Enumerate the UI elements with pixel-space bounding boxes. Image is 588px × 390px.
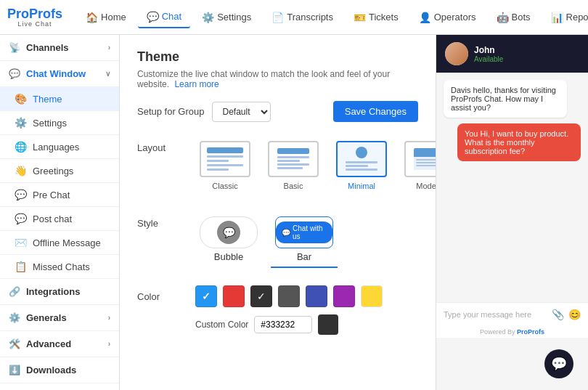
input-placeholder: Type your message here [444,310,547,319]
custom-color-preview[interactable] [318,314,338,335]
powered-by: Powered By ProProfs [436,326,588,338]
chat-header: John Available [436,35,588,73]
color-swatch-gray[interactable] [278,285,300,307]
settings-sub-icon: ⚙️ [15,117,27,129]
emoji-icon[interactable]: 😊 [568,309,581,320]
color-swatch-indigo[interactable] [306,285,327,307]
color-swatch-blue[interactable] [195,285,217,307]
sidebar-generals[interactable]: ⚙️ Generals › [0,305,119,331]
color-swatch-yellow[interactable] [361,285,383,307]
pre-chat-icon: 💬 [15,189,27,200]
color-section: Color ✓ Custom Color [137,285,418,335]
sidebar-offline-label: Offline Message [33,237,101,248]
color-label: Color [137,285,195,302]
group-select[interactable]: Default [212,102,271,122]
sidebar-item-post-chat[interactable]: 💬 Post chat [0,207,119,231]
channels-icon: 📡 [9,42,20,53]
message-agent-1: Davis hello, thanks for visiting ProProf… [444,80,567,118]
sidebar-post-chat-label: Post chat [33,214,72,224]
custom-color-input[interactable] [254,316,312,333]
color-swatch-darkgray[interactable]: ✓ [250,285,272,307]
setup-row: Setup for Group Default Save Changes [137,101,418,122]
nav-reports-label: Reports [566,12,588,23]
transcripts-icon: 📄 [271,12,284,23]
nav-home[interactable]: 🏠 Home [77,7,135,28]
layout-minimal-label: Minimal [348,182,375,190]
chat-input-area: Type your message here 📎 😊 [436,302,588,326]
sidebar-downloads-label: Downloads [26,365,76,375]
nav-chat-label: Chat [162,11,181,22]
style-bar[interactable]: 💬 Chat with us Bar [271,212,338,268]
sidebar-advanced[interactable]: 🛠️ Advanced › [0,331,119,357]
layout-modern-label: Modern [416,182,436,190]
operators-icon: 👤 [419,12,431,23]
nav-home-label: Home [101,12,126,23]
bar-chat-icon: 💬 [282,229,290,237]
custom-color-row: Custom Color [195,314,383,335]
layout-modern[interactable]: Modern [400,137,436,195]
color-swatch-red[interactable] [223,285,245,307]
style-bar-label: Bar [297,251,311,262]
sidebar-integrations[interactable]: 🔗 Integrations [0,279,119,305]
layout-label: Layout [137,137,195,153]
learn-more-link[interactable]: Learn more [174,79,219,89]
sidebar-downloads[interactable]: ⬇️ Downloads [0,357,119,383]
sidebar-channels[interactable]: 📡 Channels › [0,35,119,61]
nav-operators[interactable]: 👤 Operators [410,7,485,28]
main-content: Theme Customize the live chat window to … [120,35,436,390]
layout-minimal[interactable]: Minimal [332,137,391,195]
nav-transcripts[interactable]: 📄 Transcripts [263,7,342,28]
agent-name: John [474,45,579,55]
sidebar-settings-label: Settings [33,118,67,129]
generals-chevron: › [108,314,110,322]
nav-reports[interactable]: 📊 Reports [542,7,588,28]
nav-bots[interactable]: 🤖 Bots [488,7,539,28]
nav-transcripts-label: Transcripts [287,12,333,23]
chat-preview: John Available Davis hello, thanks for v… [436,35,588,390]
greetings-icon: 👋 [15,165,27,176]
settings-icon: ⚙️ [202,12,214,23]
main-layout: 📡 Channels › 💬 Chat Window ∨ 🎨 Theme ⚙️ … [0,35,588,390]
advanced-icon: 🛠️ [9,338,20,349]
nav-chat[interactable]: 💬 Chat [138,7,190,28]
agent-avatar [445,42,468,65]
sidebar-missed-chats-label: Missed Chats [33,261,90,272]
sidebar-item-offline-message[interactable]: ✉️ Offline Message [0,231,119,255]
theme-icon: 🎨 [15,93,27,105]
sidebar-item-settings[interactable]: ⚙️ Settings [0,111,119,135]
advanced-chevron: › [108,340,110,348]
powered-brand: ProProfs [517,328,544,336]
layout-basic[interactable]: Basic [264,137,323,195]
sidebar-pre-chat-label: Pre Chat [33,190,70,200]
style-section: Style 💬 Bubble 💬 Chat with us Ba [137,212,418,268]
color-swatch-purple[interactable] [333,285,355,307]
layout-classic[interactable]: Classic [195,137,255,195]
avatar-image [445,42,468,65]
nav-settings[interactable]: ⚙️ Settings [193,7,260,28]
missed-chats-icon: 📋 [15,261,27,272]
style-bubble[interactable]: 💬 Bubble [195,212,262,268]
sidebar-item-theme[interactable]: 🎨 Theme [0,87,119,111]
bar-preview: 💬 Chat with us [276,222,332,243]
nav-tickets[interactable]: 🎫 Tickets [345,7,407,28]
save-button[interactable]: Save Changes [333,101,418,122]
setup-label: Setup for Group [137,106,205,117]
chat-bubble-button[interactable]: 💬 [544,349,573,378]
attachment-icon[interactable]: 📎 [552,309,564,320]
sidebar-item-pre-chat[interactable]: 💬 Pre Chat [0,183,119,207]
chat-icon: 💬 [147,11,159,23]
layout-section: Layout Classic [137,137,418,195]
sidebar-chat-window[interactable]: 💬 Chat Window ∨ [0,61,119,87]
style-cards: 💬 Bubble 💬 Chat with us Bar [195,212,338,268]
sidebar-item-greetings[interactable]: 👋 Greetings [0,159,119,183]
page-title: Theme [137,49,418,65]
sidebar-item-languages[interactable]: 🌐 Languages [0,135,119,159]
home-icon: 🏠 [86,12,98,23]
preview-panel: John Available Davis hello, thanks for v… [436,35,588,390]
chat-window-icon: 💬 [9,68,20,79]
sidebar-item-missed-chats[interactable]: 📋 Missed Chats [0,255,119,279]
color-options: ✓ Custom Color [195,285,383,335]
chat-messages: Davis hello, thanks for visiting ProProf… [436,73,588,302]
integrations-icon: 🔗 [9,286,20,297]
style-label: Style [137,212,195,229]
